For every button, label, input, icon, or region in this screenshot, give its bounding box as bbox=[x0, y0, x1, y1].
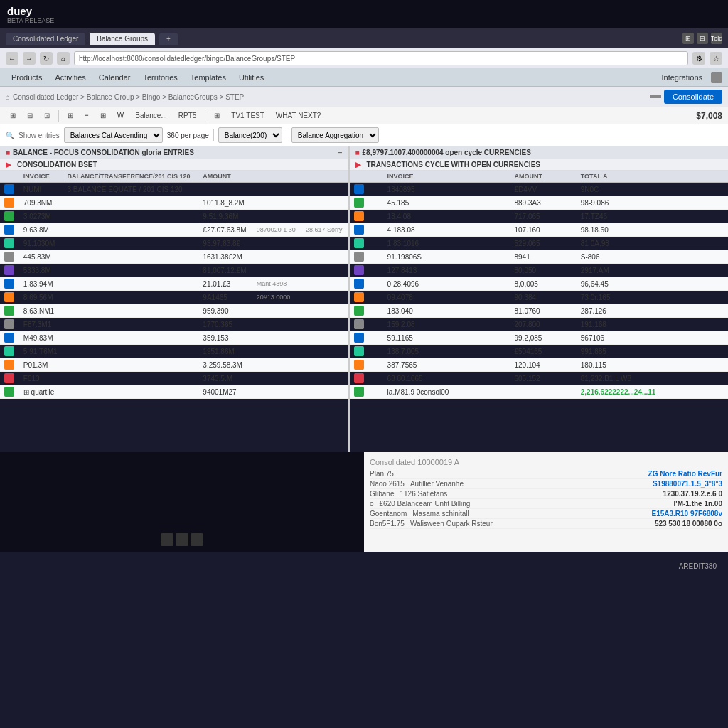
right-row-amount2: 98-9.086 bbox=[577, 196, 728, 210]
left-table-row[interactable]: 3.0273M 9.51.9.36M bbox=[0, 210, 348, 223]
right-row-amount1: 81.0760 bbox=[510, 304, 576, 318]
toolbar-btn-2[interactable]: ⊡ bbox=[40, 109, 54, 122]
right-table-row[interactable]: 0 28.4096 8,0,005 96,64.45 bbox=[350, 277, 728, 291]
left-table-row[interactable]: 8 69.56M 9A1465 20#13 0000 bbox=[0, 291, 348, 304]
left-table-row[interactable]: 9.63.8M £27.07.63.8M 0870020 1 30 28,617… bbox=[0, 223, 348, 237]
left-row-desc bbox=[63, 318, 199, 331]
toolbar-btn-3[interactable]: ⊞ bbox=[63, 109, 77, 122]
right-table-scroll[interactable]: INVOICE AMOUNT TOTAL A 1840895 £D4VV 9N0… bbox=[350, 171, 728, 399]
right-table-row[interactable]: la.M81.9 0consol00 2,216.6222222...24...… bbox=[350, 385, 728, 399]
nav-templates[interactable]: Templates bbox=[185, 71, 232, 84]
left-row-amount: 9.51.9.36M bbox=[198, 210, 252, 223]
right-row-amount1: 605.152 bbox=[510, 372, 576, 385]
right-row-amount1: 120.104 bbox=[510, 358, 576, 372]
what-next-btn[interactable]: WHAT NEXT? bbox=[272, 109, 326, 122]
nav-icon bbox=[711, 72, 722, 83]
left-row-amount: 81,007.12.£M bbox=[198, 264, 252, 277]
left-table-row[interactable]: 1.83.94M 21.01.£3 Mant 4398 bbox=[0, 277, 348, 291]
left-col-note1 bbox=[252, 171, 301, 183]
browser-chrome: Consolidated Ledger Balance Groups + ⊞ ⊟… bbox=[0, 28, 728, 48]
nav-utilities[interactable]: Utilities bbox=[233, 71, 269, 84]
bottom-icon-2[interactable] bbox=[176, 533, 188, 546]
bottom-icon-3[interactable] bbox=[191, 533, 203, 546]
browser-tab-2[interactable]: Balance Groups bbox=[90, 33, 155, 45]
left-table-row[interactable]: 8.63.NM1 959.390 bbox=[0, 304, 348, 318]
right-table-row[interactable]: 138.7.005 £504165 991.885 bbox=[350, 345, 728, 358]
left-row-note1: Mant 4398 bbox=[252, 277, 301, 291]
nav-territories[interactable]: Territories bbox=[137, 71, 183, 84]
nav-calendar[interactable]: Calendar bbox=[93, 71, 136, 84]
left-panel-collapse[interactable]: − bbox=[338, 149, 343, 156]
right-table-row[interactable]: 1840895 £D4VV 9N0C bbox=[350, 183, 728, 196]
consolidate-button[interactable]: Consolidate bbox=[664, 90, 722, 104]
left-table-row[interactable]: NUMI 3 BALANCE EQUATE / 201 CIS 120 bbox=[0, 183, 348, 196]
left-table-row[interactable]: M49.83M 359.153 bbox=[0, 331, 348, 345]
refresh-button[interactable]: ↻ bbox=[40, 52, 53, 65]
filter-sort-dropdown[interactable]: Balances Cat Ascending bbox=[64, 127, 163, 143]
toolbar-btn-4[interactable]: ≡ bbox=[80, 109, 93, 122]
nav-integrations[interactable]: Integrations bbox=[656, 71, 708, 84]
tv1-test-btn[interactable]: TV1 TEST bbox=[227, 109, 269, 122]
right-panel: ■ £8,9797.1007.400000004 open cycle CURR… bbox=[350, 146, 728, 452]
right-table-row[interactable]: 127.8413 80,050 2917.AM bbox=[350, 264, 728, 277]
left-row-date: 445.83M bbox=[19, 250, 63, 264]
right-table-row[interactable]: 45.185 889.3A3 98-9.086 bbox=[350, 196, 728, 210]
toolbar-btn-w[interactable]: W bbox=[113, 109, 128, 122]
left-table-row[interactable]: 5333.8M 81,007.12.£M bbox=[0, 264, 348, 277]
right-table-row[interactable]: 4 183.08 107.160 98.18.60 bbox=[350, 223, 728, 237]
right-table-row[interactable]: 59.1165 99.2,085 567106 bbox=[350, 331, 728, 345]
nav-activities[interactable]: Activities bbox=[49, 71, 91, 84]
toolbar-btn-0[interactable]: ⊞ bbox=[6, 109, 20, 122]
toolbar-btn-9[interactable]: ⊞ bbox=[210, 109, 224, 122]
rpt5-btn[interactable]: RPT5 bbox=[174, 109, 201, 122]
left-table-scroll[interactable]: INVOICE BALANCE/TRANSFERENCE/201 CIS 120… bbox=[0, 171, 348, 399]
browser-ctrl-2[interactable]: ⊟ bbox=[697, 33, 708, 44]
browser-ctrl-1[interactable]: ⊞ bbox=[682, 33, 694, 44]
url-input[interactable] bbox=[74, 51, 688, 65]
left-table-row[interactable]: F013 3743.5.M bbox=[0, 372, 348, 385]
filter-balance-dropdown[interactable]: Balance(200) bbox=[218, 127, 282, 143]
left-table-row[interactable]: 5 91.T6M1 1951.86M bbox=[0, 345, 348, 358]
left-table-row[interactable]: 445.83M 1631.38£2M bbox=[0, 250, 348, 264]
bottom-row-value: I'M-1.the 1n.00 bbox=[673, 500, 722, 508]
left-row-desc bbox=[63, 331, 199, 345]
right-table-row[interactable]: 387.7565 120.104 180.115 bbox=[350, 358, 728, 372]
right-table-row[interactable]: 91.19806S 8941 S-806 bbox=[350, 250, 728, 264]
bottom-icon-1[interactable] bbox=[161, 533, 173, 546]
left-row-note1 bbox=[252, 345, 301, 358]
right-row-icon bbox=[350, 331, 383, 345]
browser-tab-1[interactable]: Consolidated Ledger bbox=[6, 33, 85, 45]
filter-aggregation-dropdown[interactable]: Balance Aggregation bbox=[291, 127, 379, 143]
right-row-amount1: 8941 bbox=[510, 250, 576, 264]
toolbar-btn-1[interactable]: ⊟ bbox=[23, 109, 37, 122]
left-panel: ■ BALANCE - FOCUS CONSOLIDATION gloria E… bbox=[0, 146, 350, 452]
back-button[interactable]: ← bbox=[6, 52, 18, 65]
left-table-row[interactable]: 709.3NM 1011.8_8.2M bbox=[0, 196, 348, 210]
app-logo: duey BETA RELEASE bbox=[7, 5, 54, 24]
browser-tab-3[interactable]: + bbox=[159, 33, 178, 45]
left-table-row[interactable]: ⊞ quartile 94001M27 bbox=[0, 385, 348, 399]
nav-products[interactable]: Products bbox=[6, 71, 48, 84]
right-table-row[interactable]: 1 83.1016 529.065 81 0A.98 bbox=[350, 237, 728, 250]
bookmark-button[interactable]: ☆ bbox=[710, 52, 722, 65]
toolbar-btn-5[interactable]: ⊞ bbox=[96, 109, 110, 122]
left-table-row[interactable]: P01.3M 3,259.58.3M bbox=[0, 358, 348, 372]
settings-button[interactable]: ⚙ bbox=[692, 52, 705, 65]
right-table-row[interactable]: 183.040 81.0760 287.126 bbox=[350, 304, 728, 318]
left-table-row[interactable]: 91.1030M 93.97.83.8£ bbox=[0, 237, 348, 250]
divider-3 bbox=[213, 129, 214, 141]
left-row-note2 bbox=[301, 210, 348, 223]
right-table-row[interactable]: 63 80.1065 605.152 81,232.B1.L W8 bbox=[350, 372, 728, 385]
right-row-amount1: 90.384 bbox=[510, 291, 576, 304]
forward-button[interactable]: → bbox=[23, 52, 36, 65]
left-table-row[interactable]: F87.3M1 1770.365 bbox=[0, 318, 348, 331]
right-table-row[interactable]: 18.4.08 717.065 17.TZ46 bbox=[350, 210, 728, 223]
right-table-row[interactable]: 159.2.08 207.800 191.168 bbox=[350, 318, 728, 331]
minimize-btn[interactable] bbox=[650, 95, 661, 98]
right-row-amount1: 889.3A3 bbox=[510, 196, 576, 210]
right-table-row[interactable]: 09.4078 90.384 73 0r.165 bbox=[350, 291, 728, 304]
home-button[interactable]: ⌂ bbox=[57, 52, 70, 65]
left-row-note1 bbox=[252, 304, 301, 318]
left-row-icon bbox=[0, 237, 19, 250]
balance-btn[interactable]: Balance... bbox=[131, 109, 171, 122]
